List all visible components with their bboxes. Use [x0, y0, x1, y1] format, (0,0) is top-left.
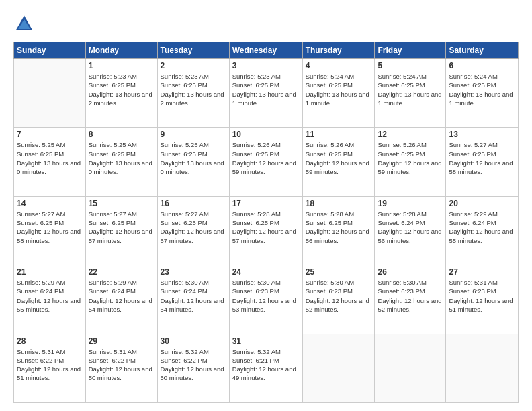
day-number: 14 [17, 199, 83, 208]
calendar-cell: 7 Sunrise: 5:25 AM Sunset: 6:25 PM Dayli… [14, 128, 86, 196]
calendar-cell: 15 Sunrise: 5:27 AM Sunset: 6:25 PM Dayl… [85, 196, 157, 265]
day-number: 29 [89, 336, 154, 346]
day-number: 21 [17, 267, 83, 277]
day-number: 19 [378, 199, 443, 208]
day-detail: Sunrise: 5:30 AM Sunset: 6:23 PM Dayligh… [232, 278, 300, 314]
page: SundayMondayTuesdayWednesdayThursdayFrid… [0, 0, 532, 411]
calendar-cell: 3 Sunrise: 5:23 AM Sunset: 6:25 PM Dayli… [229, 59, 302, 128]
calendar-cell: 18 Sunrise: 5:28 AM Sunset: 6:25 PM Dayl… [302, 196, 375, 265]
header [13, 11, 519, 35]
day-number: 5 [378, 61, 443, 71]
day-number: 26 [378, 267, 443, 277]
calendar-cell: 16 Sunrise: 5:27 AM Sunset: 6:25 PM Dayl… [157, 196, 229, 265]
calendar: SundayMondayTuesdayWednesdayThursdayFrid… [13, 42, 519, 403]
day-detail: Sunrise: 5:29 AM Sunset: 6:24 PM Dayligh… [449, 210, 515, 245]
day-number: 6 [449, 61, 515, 71]
day-number: 16 [161, 199, 226, 208]
day-detail: Sunrise: 5:25 AM Sunset: 6:25 PM Dayligh… [89, 140, 154, 176]
calendar-cell [446, 334, 519, 402]
day-number: 22 [89, 267, 154, 277]
day-number: 24 [232, 267, 300, 277]
day-detail: Sunrise: 5:30 AM Sunset: 6:23 PM Dayligh… [378, 278, 443, 314]
day-detail: Sunrise: 5:32 AM Sunset: 6:22 PM Dayligh… [161, 347, 226, 383]
weekday-header: Sunday [14, 42, 86, 59]
day-detail: Sunrise: 5:29 AM Sunset: 6:24 PM Dayligh… [89, 278, 154, 314]
weekday-header: Tuesday [157, 42, 229, 59]
day-number: 30 [161, 336, 226, 346]
logo-icon [13, 13, 35, 35]
calendar-cell: 6 Sunrise: 5:24 AM Sunset: 6:25 PM Dayli… [446, 59, 519, 128]
day-detail: Sunrise: 5:27 AM Sunset: 6:25 PM Dayligh… [89, 210, 154, 245]
calendar-cell: 20 Sunrise: 5:29 AM Sunset: 6:24 PM Dayl… [446, 196, 519, 265]
day-detail: Sunrise: 5:32 AM Sunset: 6:21 PM Dayligh… [232, 347, 300, 383]
day-detail: Sunrise: 5:23 AM Sunset: 6:25 PM Dayligh… [89, 72, 154, 107]
calendar-cell: 22 Sunrise: 5:29 AM Sunset: 6:24 PM Dayl… [85, 265, 157, 334]
calendar-cell: 26 Sunrise: 5:30 AM Sunset: 6:23 PM Dayl… [375, 265, 446, 334]
calendar-cell: 9 Sunrise: 5:25 AM Sunset: 6:25 PM Dayli… [157, 128, 229, 196]
day-number: 4 [306, 61, 372, 71]
calendar-header-row: SundayMondayTuesdayWednesdayThursdayFrid… [14, 42, 519, 59]
day-number: 7 [17, 130, 83, 139]
day-number: 10 [232, 130, 300, 139]
calendar-cell: 17 Sunrise: 5:28 AM Sunset: 6:25 PM Dayl… [229, 196, 302, 265]
day-detail: Sunrise: 5:23 AM Sunset: 6:25 PM Dayligh… [232, 72, 300, 107]
calendar-cell: 5 Sunrise: 5:24 AM Sunset: 6:25 PM Dayli… [375, 59, 446, 128]
day-detail: Sunrise: 5:26 AM Sunset: 6:25 PM Dayligh… [306, 140, 372, 176]
calendar-cell: 2 Sunrise: 5:23 AM Sunset: 6:25 PM Dayli… [157, 59, 229, 128]
calendar-cell: 13 Sunrise: 5:27 AM Sunset: 6:25 PM Dayl… [446, 128, 519, 196]
day-detail: Sunrise: 5:29 AM Sunset: 6:24 PM Dayligh… [17, 278, 83, 314]
day-number: 2 [161, 61, 226, 71]
day-detail: Sunrise: 5:26 AM Sunset: 6:25 PM Dayligh… [232, 140, 300, 176]
day-detail: Sunrise: 5:24 AM Sunset: 6:25 PM Dayligh… [306, 72, 372, 107]
day-detail: Sunrise: 5:27 AM Sunset: 6:25 PM Dayligh… [161, 210, 226, 245]
calendar-week-row: 14 Sunrise: 5:27 AM Sunset: 6:25 PM Dayl… [14, 196, 519, 265]
day-number: 28 [17, 336, 83, 346]
calendar-cell: 19 Sunrise: 5:28 AM Sunset: 6:24 PM Dayl… [375, 196, 446, 265]
calendar-cell: 4 Sunrise: 5:24 AM Sunset: 6:25 PM Dayli… [302, 59, 375, 128]
day-number: 11 [306, 130, 372, 139]
day-detail: Sunrise: 5:31 AM Sunset: 6:23 PM Dayligh… [449, 278, 515, 314]
calendar-cell: 14 Sunrise: 5:27 AM Sunset: 6:25 PM Dayl… [14, 196, 86, 265]
weekday-header: Monday [85, 42, 157, 59]
weekday-header: Friday [375, 42, 446, 59]
day-detail: Sunrise: 5:31 AM Sunset: 6:22 PM Dayligh… [89, 347, 154, 383]
day-detail: Sunrise: 5:28 AM Sunset: 6:24 PM Dayligh… [378, 210, 443, 245]
day-detail: Sunrise: 5:27 AM Sunset: 6:25 PM Dayligh… [449, 140, 515, 176]
day-detail: Sunrise: 5:28 AM Sunset: 6:25 PM Dayligh… [306, 210, 372, 245]
calendar-cell: 25 Sunrise: 5:30 AM Sunset: 6:23 PM Dayl… [302, 265, 375, 334]
day-detail: Sunrise: 5:27 AM Sunset: 6:25 PM Dayligh… [17, 210, 83, 245]
day-detail: Sunrise: 5:25 AM Sunset: 6:25 PM Dayligh… [17, 140, 83, 176]
day-detail: Sunrise: 5:30 AM Sunset: 6:23 PM Dayligh… [306, 278, 372, 314]
calendar-week-row: 21 Sunrise: 5:29 AM Sunset: 6:24 PM Dayl… [14, 265, 519, 334]
day-number: 25 [306, 267, 372, 277]
day-detail: Sunrise: 5:28 AM Sunset: 6:25 PM Dayligh… [232, 210, 300, 245]
day-number: 17 [232, 199, 300, 208]
calendar-cell [302, 334, 375, 402]
day-number: 13 [449, 130, 515, 139]
calendar-cell: 28 Sunrise: 5:31 AM Sunset: 6:22 PM Dayl… [14, 334, 86, 402]
day-number: 23 [161, 267, 226, 277]
day-detail: Sunrise: 5:24 AM Sunset: 6:25 PM Dayligh… [449, 72, 515, 107]
day-number: 12 [378, 130, 443, 139]
day-number: 15 [89, 199, 154, 208]
day-number: 27 [449, 267, 515, 277]
calendar-cell: 27 Sunrise: 5:31 AM Sunset: 6:23 PM Dayl… [446, 265, 519, 334]
calendar-cell: 23 Sunrise: 5:30 AM Sunset: 6:24 PM Dayl… [157, 265, 229, 334]
logo [13, 13, 38, 35]
day-detail: Sunrise: 5:31 AM Sunset: 6:22 PM Dayligh… [17, 347, 83, 383]
calendar-cell: 29 Sunrise: 5:31 AM Sunset: 6:22 PM Dayl… [85, 334, 157, 402]
weekday-header: Saturday [446, 42, 519, 59]
calendar-cell: 30 Sunrise: 5:32 AM Sunset: 6:22 PM Dayl… [157, 334, 229, 402]
calendar-cell: 8 Sunrise: 5:25 AM Sunset: 6:25 PM Dayli… [85, 128, 157, 196]
calendar-cell: 12 Sunrise: 5:26 AM Sunset: 6:25 PM Dayl… [375, 128, 446, 196]
calendar-cell [14, 59, 86, 128]
day-detail: Sunrise: 5:25 AM Sunset: 6:25 PM Dayligh… [161, 140, 226, 176]
day-number: 9 [161, 130, 226, 139]
day-detail: Sunrise: 5:26 AM Sunset: 6:25 PM Dayligh… [378, 140, 443, 176]
day-detail: Sunrise: 5:23 AM Sunset: 6:25 PM Dayligh… [161, 72, 226, 107]
calendar-week-row: 1 Sunrise: 5:23 AM Sunset: 6:25 PM Dayli… [14, 59, 519, 128]
day-detail: Sunrise: 5:24 AM Sunset: 6:25 PM Dayligh… [378, 72, 443, 107]
weekday-header: Thursday [302, 42, 375, 59]
calendar-cell: 11 Sunrise: 5:26 AM Sunset: 6:25 PM Dayl… [302, 128, 375, 196]
day-number: 1 [89, 61, 154, 71]
